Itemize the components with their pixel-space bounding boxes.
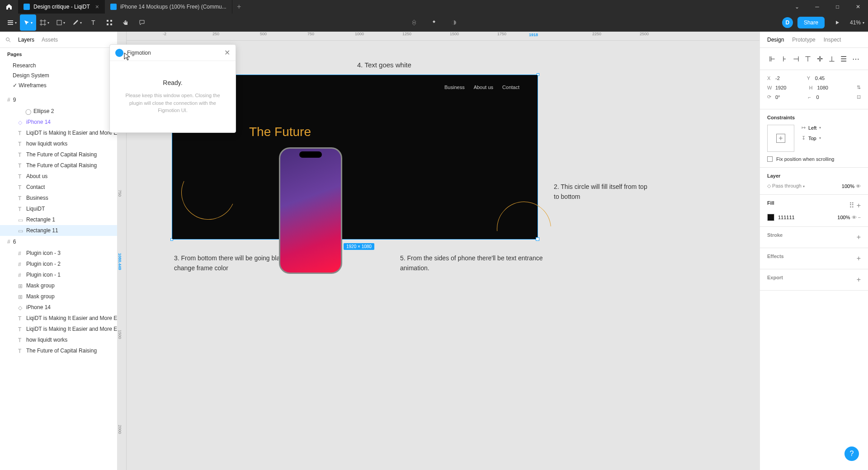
constraints-widget[interactable]	[767, 125, 794, 152]
visibility-icon[interactable]: 👁	[856, 183, 861, 189]
add-export-icon[interactable]: +	[857, 276, 861, 284]
fill-styles-icon[interactable]: ⠿	[849, 202, 854, 209]
tab-2[interactable]: iPhone 14 Mockups (100% Free) (Commu...	[105, 0, 232, 14]
fix-position-checkbox[interactable]	[767, 156, 773, 162]
page-design-system[interactable]: Design System	[7, 70, 110, 80]
page-wireframes[interactable]: Wireframes	[7, 80, 110, 90]
annotation-5: 5. From the sides of phone there'll be t…	[400, 253, 558, 273]
present-button[interactable]	[829, 14, 845, 31]
rotation-input[interactable]: 0°	[775, 94, 780, 100]
layer-item[interactable]: ▭Rectangle 11	[0, 225, 117, 236]
minimize-button[interactable]: ─	[807, 0, 827, 14]
layer-item[interactable]: TThe Future of Capital Raising	[0, 345, 117, 356]
close-button[interactable]: ✕	[848, 0, 868, 14]
constraint-h-select[interactable]: Left	[808, 125, 816, 131]
mask-icon[interactable]	[426, 14, 442, 31]
plugin-status: Ready.	[119, 79, 226, 86]
remove-fill-icon[interactable]: −	[858, 215, 861, 220]
layer-item[interactable]: ⊞Mask group	[0, 291, 117, 302]
search-icon[interactable]	[5, 37, 11, 42]
constraint-v-select[interactable]: Top	[808, 136, 816, 141]
component-icon[interactable]	[406, 14, 422, 31]
align-top-icon[interactable]: ⊤	[803, 53, 813, 64]
blend-mode-select[interactable]: Pass through	[772, 183, 802, 188]
add-stroke-icon[interactable]: +	[857, 233, 861, 241]
inspect-tab[interactable]: Inspect	[824, 37, 841, 43]
prototype-tab[interactable]: Prototype	[792, 37, 815, 43]
fill-hex-input[interactable]: 111111	[778, 215, 795, 220]
help-button[interactable]: ?	[844, 446, 859, 461]
boolean-icon[interactable]	[446, 14, 462, 31]
page-research[interactable]: Research	[7, 61, 110, 70]
align-center-h-icon[interactable]: ⊦	[779, 53, 789, 64]
layer-item[interactable]: ◯Ellipse 2	[0, 106, 117, 117]
layer-item[interactable]: ▭Rectangle 1	[0, 214, 117, 225]
close-icon[interactable]: ×	[95, 3, 99, 10]
comment-tool[interactable]	[134, 14, 150, 31]
share-button[interactable]: Share	[797, 17, 825, 28]
close-icon[interactable]: ✕	[224, 48, 230, 57]
layer-item[interactable]: Thow liquidt works	[0, 138, 117, 149]
svg-rect-3	[57, 20, 61, 25]
layer-item[interactable]: #Plugin icon - 2	[0, 258, 117, 269]
layer-item[interactable]: TAbout us	[0, 171, 117, 182]
zoom-control[interactable]: 41%▾	[850, 19, 864, 26]
layer-item[interactable]: TBusiness	[0, 193, 117, 203]
opacity-input[interactable]: 100%	[842, 183, 854, 189]
add-fill-icon[interactable]: +	[857, 202, 861, 209]
w-input[interactable]: 1920	[775, 85, 786, 90]
distribute-icon[interactable]: ☰	[839, 53, 849, 64]
assets-tab[interactable]: Assets	[42, 37, 58, 43]
layer-item[interactable]: TLiqiDT is Making It Easier and More Eff…	[0, 313, 117, 324]
annotation-2: 2. This circle will fill itself from top…	[554, 182, 653, 202]
layer-item[interactable]: ◇iPhone 14	[0, 302, 117, 313]
fill-opacity-input[interactable]: 100%	[837, 215, 850, 220]
avatar[interactable]: D	[782, 17, 793, 28]
shape-tool[interactable]: ▾	[52, 14, 69, 31]
resources-tool[interactable]	[101, 14, 118, 31]
align-right-icon[interactable]: ⊣	[791, 53, 801, 64]
frame-header[interactable]: # 6	[0, 236, 117, 248]
chevron-down-icon[interactable]: ⌄	[787, 0, 807, 14]
layer-item[interactable]: TLiqiDT is Making It Easier and More Eff…	[0, 127, 117, 138]
move-tool[interactable]: ▾	[20, 14, 36, 31]
h-input[interactable]: 1080	[817, 85, 828, 90]
y-input[interactable]: 0.45	[815, 75, 825, 81]
align-bottom-icon[interactable]: ⊥	[827, 53, 837, 64]
text-tool[interactable]: T	[85, 14, 101, 31]
maximize-button[interactable]: □	[827, 0, 848, 14]
new-tab-button[interactable]: +	[232, 0, 246, 14]
menu-button[interactable]: ▾	[4, 14, 20, 31]
tab-label: iPhone 14 Mockups (100% Free) (Commu...	[120, 4, 226, 10]
frame-tool[interactable]: ▾	[36, 14, 52, 31]
fill-swatch[interactable]	[767, 214, 774, 221]
x-input[interactable]: -2	[775, 75, 780, 81]
layer-item[interactable]: TContact	[0, 182, 117, 193]
hand-tool[interactable]	[118, 14, 134, 31]
more-icon[interactable]: ⋯	[851, 53, 861, 64]
pen-tool[interactable]: ▾	[69, 14, 85, 31]
layer-item[interactable]: Thow liquidt works	[0, 334, 117, 345]
nav-contact: Contact	[502, 85, 519, 90]
tab-1[interactable]: Design critique - LiqiDT ×	[18, 0, 105, 14]
layer-item[interactable]: ⊞Mask group	[0, 280, 117, 291]
layer-item[interactable]: ◇iPhone 14	[0, 117, 117, 127]
layer-item[interactable]: TLiqiDT is Making It Easier and More Eff…	[0, 324, 117, 334]
layer-item[interactable]: #Plugin icon - 3	[0, 248, 117, 258]
layer-item[interactable]: TThe Future of Capital Raising	[0, 160, 117, 171]
layers-tab[interactable]: Layers	[18, 37, 34, 43]
layer-item[interactable]: TThe Future of Capital Raising	[0, 149, 117, 160]
design-tab[interactable]: Design	[767, 37, 784, 43]
home-button[interactable]	[0, 0, 18, 14]
link-icon[interactable]: ⇅	[857, 85, 861, 90]
svg-text:T: T	[91, 19, 95, 26]
layer-item[interactable]: TLiquiDT	[0, 203, 117, 214]
corner-input[interactable]: 0	[816, 94, 819, 100]
fill-visibility-icon[interactable]: 👁	[852, 215, 857, 220]
corner-detail-icon[interactable]: ⊡	[857, 94, 861, 100]
align-center-v-icon[interactable]: ✛	[815, 53, 825, 64]
add-effect-icon[interactable]: +	[857, 254, 861, 263]
layer-item[interactable]: #Plugin icon - 1	[0, 269, 117, 280]
frame-header[interactable]: # 9	[0, 94, 117, 106]
align-left-icon[interactable]: ⊩	[767, 53, 777, 64]
